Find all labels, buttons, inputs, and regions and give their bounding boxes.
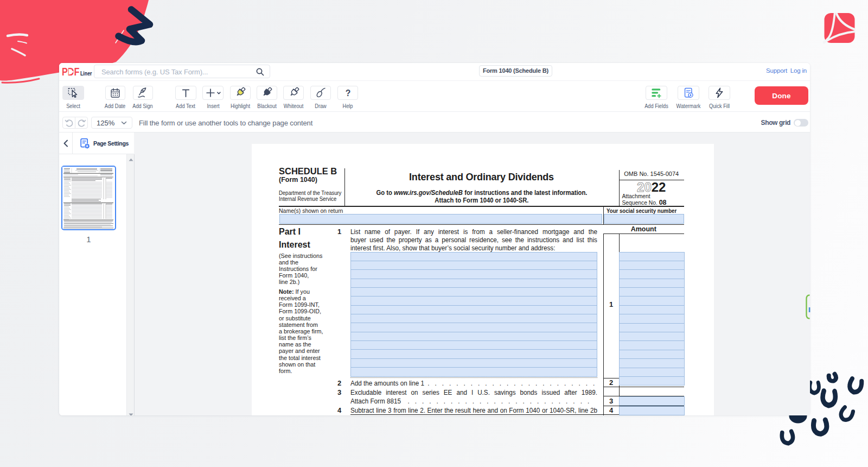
calendar-icon [110,87,121,99]
amount-input-row[interactable] [619,368,685,377]
payer-input-row[interactable] [350,287,597,296]
amount-input-row[interactable] [619,332,685,341]
payer-input-row[interactable] [350,314,597,323]
form-line2-box: 2 [603,378,620,387]
payer-input-row[interactable] [350,323,597,332]
amount-input-row[interactable] [619,296,685,305]
amount-input-row[interactable] [619,376,685,386]
form-amount-header: Amount [603,225,685,233]
pages-sidebar: 1 [59,132,126,415]
pdfliner-logo[interactable]: PDF Liner [62,65,95,79]
show-grid-toggle[interactable] [794,119,808,127]
login-link[interactable]: Log in [790,67,807,74]
search-input[interactable]: Search forms (e.g. US Tax Form)... [94,65,270,78]
workspace: 1 [59,132,810,415]
payer-input-row[interactable] [350,279,597,288]
payer-input-row[interactable] [350,367,597,376]
undo-button[interactable] [62,117,75,129]
form-row1-marker: 1 [603,300,620,308]
add-sign-label: Add Sign [124,103,162,109]
add-sign-button[interactable] [133,86,153,100]
form-irs: Internal Revenue Service [279,196,336,202]
add-text-button[interactable] [175,86,196,100]
line3-amount-field[interactable] [619,396,685,406]
payer-input-row[interactable] [350,349,597,358]
toggle-knob [795,120,801,126]
ssn-input-field[interactable] [604,214,684,224]
quick-fill-button[interactable] [709,86,730,100]
scroll-down-icon[interactable] [129,413,133,415]
form-item1-text: List name of payer. If any interest is f… [350,228,597,252]
amount-input-row[interactable] [619,252,685,261]
form-line3-box: 3 [603,397,620,405]
amount-input-row[interactable] [619,305,685,314]
redo-icon [77,118,86,128]
amount-input-row[interactable] [619,279,685,288]
help-label: Help [329,103,367,109]
amount-input-row[interactable] [619,323,685,332]
sub-toolbar: 125% Fill the form or use another tools … [59,112,810,132]
form-part1: Part I [279,227,301,237]
search-icon[interactable] [256,67,265,77]
payer-input-row[interactable] [350,340,597,350]
amount-fields-block [619,253,685,386]
payer-input-row[interactable] [350,296,597,305]
name-input-field[interactable] [279,214,602,224]
page-number-label: 1 [59,235,118,244]
payer-input-row[interactable] [350,252,597,261]
app-window: PDF Liner Search forms (e.g. US Tax Form… [59,63,810,415]
amount-input-row[interactable] [619,314,685,323]
whiteout-button[interactable] [283,86,304,100]
show-grid-label: Show grid [761,119,790,127]
form-name-label: Name(s) shown on return [279,207,343,214]
scroll-up-icon[interactable] [129,158,133,161]
amount-input-row[interactable] [619,350,685,359]
redo-button[interactable] [75,117,88,129]
amount-input-row[interactable] [619,287,685,296]
highlight-button[interactable] [230,86,251,100]
payer-input-row[interactable] [350,332,597,341]
draw-button[interactable] [310,86,331,100]
add-fields-button[interactable] [646,86,667,100]
payer-input-row[interactable] [350,269,597,279]
document-page[interactable]: SCHEDULE B (Form 1040) Department of the… [252,144,714,415]
form-item1-number: 1 [336,228,343,236]
form-goto-line: Go to www.irs.gov/ScheduleB for instruct… [344,189,619,197]
amount-input-row[interactable] [619,358,685,368]
form-sequence: Sequence No. 08 [622,199,667,206]
quick-fill-label: Quick Fill [698,103,741,109]
collapse-sidebar-button[interactable] [59,132,73,154]
page-thumbnail[interactable] [61,166,116,230]
line4-amount-field[interactable] [619,406,685,415]
select-button[interactable] [62,86,84,100]
insert-button[interactable] [202,86,224,100]
payer-input-row[interactable] [350,261,597,270]
highlight-brush-icon [234,87,246,99]
done-button[interactable]: Done [755,86,808,105]
payer-input-row[interactable] [350,305,597,314]
fountain-pen-icon [137,87,149,99]
page-settings-button[interactable]: Page Settings [73,132,135,154]
payer-input-row[interactable] [350,358,597,368]
blackout-brush-icon [260,87,273,99]
search-placeholder: Search forms (e.g. US Tax Form)... [101,68,208,76]
svg-text:?: ? [346,88,351,97]
form-goto-url: www.irs.gov/ScheduleB [393,189,462,197]
help-button[interactable]: ? [337,86,358,100]
form-line2-number: 2 [336,379,343,387]
amount-input-row[interactable] [619,261,685,270]
blackout-button[interactable] [257,86,277,100]
page-settings-icon [79,138,91,149]
watermark-button[interactable] [678,86,699,100]
text-icon [180,87,192,99]
form-line2-text: Add the amounts on line 1. . . . . . . .… [350,379,595,387]
help-icon: ? [342,87,354,99]
zoom-dropdown[interactable]: 125% [91,117,132,129]
sidebar-scrollbar[interactable] [126,154,135,415]
support-link[interactable]: Support [766,67,787,74]
amount-input-row[interactable] [619,269,685,279]
add-date-button[interactable] [105,86,125,100]
amount-input-row[interactable] [619,340,685,350]
svg-text:Liner: Liner [80,70,92,77]
quick-fill-icon [713,87,725,99]
